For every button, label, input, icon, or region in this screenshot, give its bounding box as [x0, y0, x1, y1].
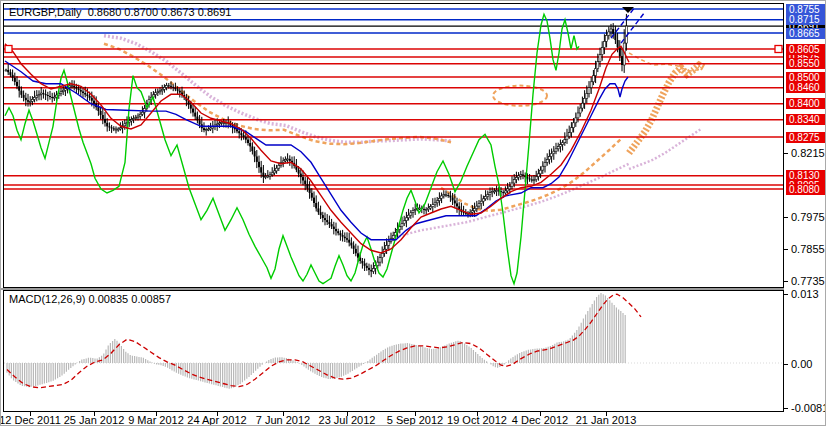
macd-axis-label: 0.013: [791, 288, 819, 300]
macd-axis-tick: [784, 408, 788, 409]
price-badge-0.8080: 0.8080: [786, 184, 826, 195]
main-chart-canvas[interactable]: [4, 4, 783, 287]
date-label: 25 Jan 2012: [64, 414, 125, 426]
macd-axis-label: 0.00: [791, 358, 812, 370]
date-label: 23 Jul 2012: [319, 414, 376, 426]
cloud-oval: [493, 86, 547, 106]
price-badge-0.8500: 0.8500: [786, 72, 826, 83]
price-badge-0.8460: 0.8460: [786, 82, 826, 93]
main-chart-panel[interactable]: EURGBP,Daily 0.8680 0.8700 0.8673 0.8691: [3, 3, 784, 288]
level-lines-layer[interactable]: [4, 9, 783, 189]
price-badge-0.8665: 0.8665: [786, 28, 826, 39]
hline-handle-right[interactable]: [775, 46, 782, 53]
macd-histogram: [7, 293, 625, 389]
hline-handle-left[interactable]: [5, 46, 12, 53]
macd-label: MACD(12,26,9) 0.00835 0.00857: [9, 293, 171, 305]
macd-canvas[interactable]: [4, 291, 783, 411]
date-label: 19 Oct 2012: [447, 414, 507, 426]
price-axis-tick: [784, 153, 788, 154]
price-badge-0.8605: 0.8605: [786, 44, 826, 55]
date-label: 24 Apr 2012: [187, 414, 246, 426]
candles-layer: [5, 14, 627, 277]
price-badge-0.8340: 0.8340: [786, 114, 826, 125]
price-axis-label: 0.7975: [791, 211, 825, 223]
price-axis-label: 0.7855: [791, 243, 825, 255]
price-axis-tick: [784, 217, 788, 218]
price-badge-0.8755: 0.8755: [786, 4, 826, 15]
macd-signal-line: [7, 294, 641, 388]
date-label: 5 Sep 2012: [387, 414, 443, 426]
date-label: 7 Jun 2012: [256, 414, 310, 426]
macd-axis-tick: [784, 364, 788, 365]
date-label: 9 Mar 2012: [128, 414, 184, 426]
date-label: 21 Jan 2013: [576, 414, 637, 426]
time-axis[interactable]: 12 Dec 201125 Jan 20129 Mar 201224 Apr 2…: [1, 412, 826, 426]
macd-panel[interactable]: MACD(12,26,9) 0.00835 0.00857: [3, 290, 784, 412]
price-axis-tick: [784, 281, 788, 282]
price-badge-0.8715: 0.8715: [786, 14, 826, 25]
price-badge-0.8550: 0.8550: [786, 58, 826, 69]
date-label: 4 Dec 2012: [512, 414, 568, 426]
price-axis-label: 0.7735: [791, 275, 825, 287]
price-badge-0.8130: 0.8130: [786, 170, 826, 181]
chikou-green-line: [5, 14, 579, 283]
price-badge-0.8400: 0.8400: [786, 98, 826, 109]
chart-symbol-ohlc: EURGBP,Daily 0.8680 0.8700 0.8673 0.8691: [9, 6, 231, 18]
price-axis-tick: [784, 249, 788, 250]
price-axis[interactable]: 0.82150.79750.78550.77350.0130.00-0.0081…: [784, 1, 826, 412]
chart-window: EURGBP,Daily 0.8680 0.8700 0.8673 0.8691…: [0, 0, 826, 426]
macd-axis-tick: [784, 294, 788, 295]
date-label: 12 Dec 2011: [0, 414, 61, 426]
price-axis-label: 0.8215: [791, 147, 825, 159]
price-badge-0.8275: 0.8275: [786, 132, 826, 143]
